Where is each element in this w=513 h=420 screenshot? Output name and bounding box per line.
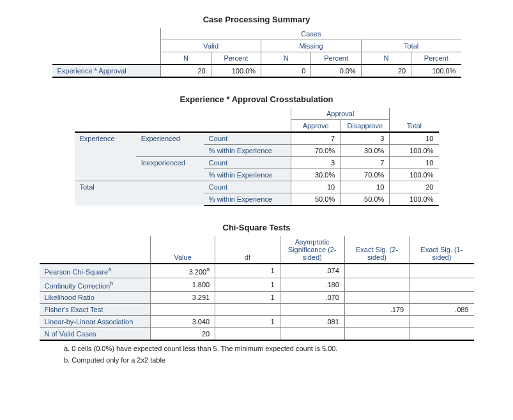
ct-h-approval: Approval <box>291 108 390 120</box>
cs-h-ex1: Exact Sig. (1-sided) <box>410 236 474 264</box>
cs-r1-as: .074 <box>280 264 344 278</box>
cs-r4-label: Fisher's Exact Test <box>40 304 151 316</box>
ct-r3p-a: 50.0% <box>291 193 341 206</box>
ct-r3-count-label: Count <box>204 181 291 193</box>
cps-title: Case Processing Summary <box>19 15 494 24</box>
cs-r1-label: Pearson Chi-Squarea <box>40 264 151 278</box>
ct-r2c-a: 3 <box>291 157 341 169</box>
ct-r3c-d: 10 <box>341 181 390 193</box>
ct-rl-experienced: Experienced <box>136 132 204 157</box>
ct-r2p-t: 100.0% <box>390 169 439 181</box>
cps-h-n3: N <box>361 52 411 65</box>
cps-h-n1: N <box>161 52 211 65</box>
cs-r6-e2 <box>344 328 409 341</box>
cs-r4-v <box>150 304 215 316</box>
cs-title: Chi-Square Tests <box>19 223 494 232</box>
ct-r2p-a: 30.0% <box>291 169 341 181</box>
ct-r2-count-label: Count <box>204 157 291 169</box>
ct-r2p-d: 70.0% <box>341 169 390 181</box>
cs-r5-as: .081 <box>280 316 344 328</box>
ct-h-total: Total <box>390 120 439 133</box>
cs-r4-e2: .179 <box>344 304 409 316</box>
cs-r2-e2 <box>344 278 409 292</box>
cps-h-p1: Percent <box>211 52 261 65</box>
ct-table: Approval Approve Disapprove Total Experi… <box>75 108 439 206</box>
cs-r3-as: .070 <box>280 292 344 304</box>
cs-r2-df: 1 <box>215 278 280 292</box>
cps-h-valid: Valid <box>161 40 261 52</box>
cs-r1-e2 <box>344 264 409 278</box>
footnote-b: b. Computed only for a 2x2 table <box>64 356 494 364</box>
cs-r1-df: 1 <box>215 264 280 278</box>
cps-h-p2: Percent <box>311 52 361 65</box>
ct-title: Experience * Approval Crosstabulation <box>19 94 494 104</box>
ct-r1-pct-label: % within Experience <box>204 145 291 157</box>
ct-rl-inexperienced: Inexperienced <box>136 157 204 181</box>
ct-rl-total: Total <box>75 181 204 206</box>
footnote-a: a. 0 cells (0.0%) have expected count le… <box>64 345 494 352</box>
cps-valid-n: 20 <box>161 64 211 77</box>
cs-r3-e1 <box>410 292 474 304</box>
cs-r6-df <box>215 328 280 341</box>
cs-r4-as <box>280 304 344 316</box>
cs-r3-df: 1 <box>215 292 280 304</box>
cs-r4-df <box>215 304 280 316</box>
ct-r1p-d: 30.0% <box>341 145 390 157</box>
cps-missing-p: 0.0% <box>311 64 361 77</box>
ct-r3p-d: 50.0% <box>341 193 390 206</box>
cs-r3-v: 3.291 <box>150 292 215 304</box>
cs-h-value: Value <box>150 236 215 264</box>
cps-total-p: 100.0% <box>411 64 461 77</box>
cps-table: Cases Valid Missing Total N Percent N Pe… <box>52 28 461 78</box>
cs-h-ex2: Exact Sig. (2-sided) <box>344 236 409 264</box>
cs-h-df: df <box>215 236 280 264</box>
ct-r1-count-label: Count <box>204 132 291 145</box>
cs-h-asymp: Asymptotic Significance (2-sided) <box>280 236 344 264</box>
cs-r5-v: 3.040 <box>150 316 215 328</box>
crosstabulation: Experience * Approval Crosstabulation Ap… <box>19 94 494 206</box>
cps-total-n: 20 <box>361 64 411 77</box>
cs-r6-as <box>280 328 344 341</box>
cs-r5-df: 1 <box>215 316 280 328</box>
cs-r6-v: 20 <box>150 328 215 341</box>
ct-r1c-t: 10 <box>390 132 439 145</box>
ct-r2c-d: 7 <box>341 157 390 169</box>
cs-table: Value df Asymptotic Significance (2-side… <box>40 236 474 341</box>
ct-r2-pct-label: % within Experience <box>204 169 291 181</box>
cs-r4-e1: .089 <box>410 304 474 316</box>
ct-h-approve: Approve <box>291 120 341 133</box>
cps-h-p3: Percent <box>411 52 461 65</box>
cs-r5-label: Linear-by-Linear Association <box>40 316 151 328</box>
cps-h-missing: Missing <box>261 40 362 52</box>
cps-h-n2: N <box>261 52 311 65</box>
ct-r3c-t: 20 <box>390 181 439 193</box>
case-processing-summary: Case Processing Summary Cases Valid Miss… <box>19 15 494 78</box>
ct-h-disapprove: Disapprove <box>341 120 390 133</box>
cps-h-total: Total <box>361 40 461 52</box>
ct-r2c-t: 10 <box>390 157 439 169</box>
cs-r6-e1 <box>410 328 474 341</box>
ct-r1c-a: 7 <box>291 132 341 145</box>
chi-square-tests: Chi-Square Tests Value df Asymptotic Sig… <box>19 223 494 364</box>
ct-r1c-d: 3 <box>341 132 390 145</box>
cps-valid-p: 100.0% <box>211 64 261 77</box>
cps-h-cases: Cases <box>161 28 461 40</box>
cps-missing-n: 0 <box>261 64 311 77</box>
ct-rl-experience: Experience <box>75 132 136 181</box>
cs-r2-label: Continuity Correctionb <box>40 278 151 292</box>
cs-r6-label: N of Valid Cases <box>40 328 151 341</box>
ct-r3p-t: 100.0% <box>390 193 439 206</box>
ct-r3c-a: 10 <box>291 181 341 193</box>
cs-r5-e2 <box>344 316 409 328</box>
cps-rowlabel: Experience * Approval <box>52 64 161 77</box>
ct-r1p-a: 70.0% <box>291 145 341 157</box>
cs-r3-label: Likelihood Ratio <box>40 292 151 304</box>
cs-r1-v: 3.200a <box>150 264 215 278</box>
cs-r2-v: 1.800 <box>150 278 215 292</box>
ct-r1p-t: 100.0% <box>390 145 439 157</box>
cs-r5-e1 <box>410 316 474 328</box>
ct-r3-pct-label: % within Experience <box>204 193 291 206</box>
cs-r3-e2 <box>344 292 409 304</box>
cs-r2-as: .180 <box>280 278 344 292</box>
cs-r2-e1 <box>410 278 474 292</box>
